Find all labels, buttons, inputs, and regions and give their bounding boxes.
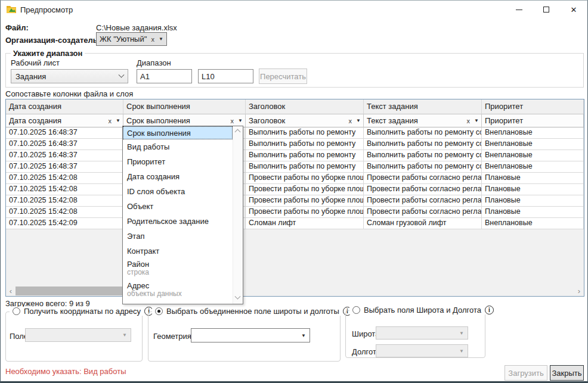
mapping-caption: Сопоставьте колонки файла и слоя xyxy=(5,89,133,98)
clear-icon[interactable]: x xyxy=(467,117,471,124)
scroll-down-icon[interactable] xyxy=(235,294,241,300)
chevron-down-icon[interactable]: ▼ xyxy=(356,118,361,123)
range-group-title: Укажите диапазон xyxy=(11,49,85,58)
combo-value: Срок выполнения xyxy=(126,116,227,125)
dropdown-scrollbar[interactable] xyxy=(233,126,243,304)
table-cell: 07.10.2025 16:48:37 xyxy=(6,127,123,139)
column-mapping-combo[interactable]: Заголовокx▼ xyxy=(246,114,364,127)
dropdown-item-label: Район xyxy=(127,260,233,269)
table-cell: Выполнить работы по ремонту сог. xyxy=(364,161,482,173)
file-value: C:\Новые задания.xlsx xyxy=(96,23,177,32)
table-cell: Выполнить работы по ремонту xyxy=(246,150,364,161)
table-cell: Провести работы согласно регламе xyxy=(364,195,482,207)
minimize-icon[interactable] xyxy=(505,1,533,18)
dropdown-item[interactable]: Контейнерные площадкиобъекты данных xyxy=(123,301,233,304)
latitude-combo[interactable]: ▼ xyxy=(376,326,468,340)
column-mapping-combo[interactable]: Текст заданияx▼ xyxy=(364,114,482,127)
worksheet-combo[interactable]: Задания xyxy=(11,69,128,83)
dropdown-item[interactable]: Родительское задание xyxy=(123,214,233,229)
table-row: 07.10.2025 15:42:09Сломан лифтСломан гру… xyxy=(6,218,584,229)
organization-label: Организация-создатель: xyxy=(5,36,100,45)
table-row: 07.10.2025 16:48:37Выполнить работы по р… xyxy=(6,127,584,139)
table-cell: Выполнить работы по ремонту сог. xyxy=(364,150,482,161)
chevron-down-icon[interactable]: ▼ xyxy=(116,118,120,123)
clear-icon[interactable]: x xyxy=(151,36,155,43)
table-empty-area xyxy=(6,229,584,286)
scroll-up-icon[interactable] xyxy=(235,129,241,135)
table-row: 07.10.2025 15:42:08Провести работы по уб… xyxy=(6,195,584,207)
table-cell: 07.10.2025 15:42:08 xyxy=(6,207,123,218)
clear-icon[interactable]: x xyxy=(231,117,234,124)
dropdown-item-label: Срок выполнения xyxy=(127,129,191,138)
table-cell: Провести работы согласно регламе xyxy=(364,184,482,195)
table-header-row: Дата созданияСрок выполненияЗаголовокТек… xyxy=(6,99,584,114)
column-header: Дата создания xyxy=(6,99,123,114)
info-icon[interactable]: i xyxy=(485,306,494,315)
column-header: Текст задания xyxy=(364,99,482,114)
chevron-down-icon[interactable]: ▼ xyxy=(238,118,243,123)
table-cell: Внеплановые xyxy=(482,139,584,150)
table-cell: Сломан лифт xyxy=(246,218,364,229)
horizontal-scrollbar[interactable]: ‹› xyxy=(6,286,584,296)
range-from-input[interactable]: A1 xyxy=(137,69,192,83)
dropdown-item-label: Вид работы xyxy=(127,142,169,151)
dropdown-item[interactable]: Объект xyxy=(123,199,233,214)
close-button[interactable]: Закрыть xyxy=(550,365,584,381)
dropdown-item[interactable]: Районстрока xyxy=(123,259,233,280)
dropdown-item[interactable]: ID слоя объекта xyxy=(123,184,233,199)
range-to-value: L10 xyxy=(202,72,215,81)
geometry-combo[interactable]: ▼ xyxy=(191,328,310,342)
dropdown-item-label: Этап xyxy=(127,232,144,241)
maximize-icon[interactable] xyxy=(533,1,560,18)
dropdown-item-label: Контейнерные площадки xyxy=(127,303,233,304)
organization-combo-value: ЖК "Уютный" xyxy=(100,35,148,43)
range-to-input[interactable]: L10 xyxy=(198,69,253,83)
chevron-down-icon[interactable]: ▼ xyxy=(159,36,163,42)
dropdown-item[interactable]: Приоритет xyxy=(123,154,233,169)
worksheet-combo-value: Задания xyxy=(16,72,119,81)
table-cell: Внеплановые xyxy=(482,218,584,229)
address-field-combo[interactable]: ▼ xyxy=(25,328,131,342)
organization-combo[interactable]: ЖК "Уютный" x ▼ xyxy=(96,32,167,46)
table-cell: 07.10.2025 16:48:37 xyxy=(6,150,123,161)
chevron-down-icon: ▼ xyxy=(459,331,464,336)
combo-value: Дата создания xyxy=(9,116,105,125)
load-button[interactable]: Загрузить xyxy=(505,365,547,381)
dropdown-item[interactable]: Адресобъекты данных xyxy=(123,280,233,301)
column-mapping-combo[interactable]: Дата созданияx▼ xyxy=(6,114,123,127)
radio-separate[interactable] xyxy=(352,306,360,314)
radio-by-address[interactable] xyxy=(13,307,20,315)
title-bar: Предпросмотр ✕ xyxy=(1,1,587,18)
app-icon xyxy=(7,5,17,14)
scroll-right-icon[interactable]: › xyxy=(574,286,584,296)
longitude-combo[interactable]: ▼ xyxy=(376,344,468,357)
dropdown-item-label: Дата создания xyxy=(127,172,180,181)
coords-by-address-group: Получить координаты по адресу i Поле: ▼ xyxy=(5,312,143,362)
radio-combined[interactable] xyxy=(155,307,163,315)
chevron-down-icon xyxy=(119,71,125,77)
column-header: Заголовок xyxy=(246,99,364,114)
clear-icon[interactable]: x xyxy=(349,117,352,124)
dropdown-item[interactable]: Срок выполнения xyxy=(123,126,233,139)
dropdown-item[interactable]: Этап xyxy=(123,229,233,244)
range-groupbox: Укажите диапазон Рабочий лист Диапазон З… xyxy=(5,53,584,88)
column-mapping-combo[interactable]: Приоритет xyxy=(482,114,584,127)
table-cell: Провести работы по уборке площа xyxy=(246,207,364,218)
table-cell: Провести работы согласно регламе xyxy=(364,173,482,184)
dropdown-item-label: Родительское задание xyxy=(127,217,209,226)
dropdown-item[interactable]: Дата создания xyxy=(123,169,233,184)
dropdown-item[interactable]: Контракт xyxy=(123,244,233,259)
coords-separate-group: Выбрать поля Широта и Долгота i Широта: … xyxy=(345,310,485,358)
recalculate-button[interactable]: Пересчитать xyxy=(259,68,307,84)
chevron-down-icon[interactable]: ▼ xyxy=(474,118,479,123)
table-cell: Выполнить работы по ремонту сог. xyxy=(364,139,482,150)
scroll-left-icon[interactable]: ‹ xyxy=(6,286,16,296)
clear-icon[interactable]: x xyxy=(109,117,112,124)
table-cell: Выполнить работы по ремонту сог. xyxy=(364,127,482,139)
table-cell: Провести работы по уборке площа xyxy=(246,195,364,207)
dropdown-item-subtitle: объекты данных xyxy=(127,289,233,298)
file-label: Файл: xyxy=(5,23,29,32)
close-icon[interactable]: ✕ xyxy=(560,1,587,18)
table-cell: Плановые xyxy=(482,184,584,195)
dropdown-item[interactable]: Вид работы xyxy=(123,139,233,154)
